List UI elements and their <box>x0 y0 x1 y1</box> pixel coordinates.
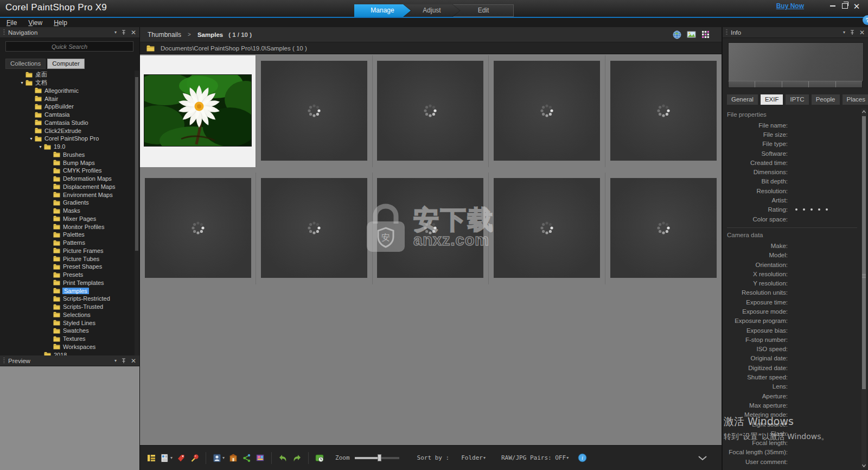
tree-scrollbar-thumb[interactable] <box>135 77 138 251</box>
scroll-up-icon[interactable] <box>861 110 866 114</box>
thumbnail-5[interactable] <box>605 55 722 167</box>
buy-now-link[interactable]: Buy Now <box>776 2 804 10</box>
tree-item-5[interactable]: AppBuilder <box>0 103 135 111</box>
tree-item-17[interactable]: Gradients <box>0 199 135 207</box>
minimize-button[interactable] <box>827 2 839 10</box>
tree-item-14[interactable]: Deformation Maps <box>0 175 135 183</box>
breadcrumb-view[interactable]: Thumbnails <box>148 31 181 39</box>
tab-places[interactable]: Places <box>843 94 868 105</box>
tree-item-33[interactable]: Swatches <box>0 327 135 335</box>
map-place-icon[interactable] <box>228 453 238 463</box>
tag-icon[interactable] <box>176 453 186 463</box>
preview-mode-control[interactable]: ▾ <box>160 453 173 463</box>
tree-item-15[interactable]: Displacement Maps <box>0 183 135 191</box>
rating-dots[interactable] <box>795 208 828 211</box>
redo-icon[interactable] <box>292 453 302 463</box>
batch-edit-icon[interactable] <box>256 453 265 463</box>
tree-item-10[interactable]: ▾19.0 <box>0 143 135 151</box>
tree-item-7[interactable]: Camtasia Studio <box>0 119 135 127</box>
tree-item-29[interactable]: Scripts-Restricted <box>0 295 135 303</box>
slideshow-icon[interactable] <box>687 30 696 39</box>
pin-icon[interactable] <box>122 358 126 364</box>
tree-scrollbar[interactable] <box>135 71 139 355</box>
tree-item-16[interactable]: Environment Maps <box>0 190 135 199</box>
raw-jpg-dropdown[interactable]: RAW/JPG Pairs: OFF ▾ <box>501 454 569 461</box>
thumbnail-7[interactable] <box>256 173 372 284</box>
tab-general[interactable]: General <box>727 94 758 105</box>
globe-icon[interactable] <box>673 30 681 39</box>
info-scrollbar[interactable] <box>861 109 866 468</box>
thumbnail-2[interactable] <box>256 55 372 167</box>
tab-people[interactable]: People <box>812 94 840 105</box>
scroll-down-icon[interactable] <box>861 463 866 468</box>
tree-item-6[interactable]: Camtasia <box>0 111 135 119</box>
info-scrollbar-thumb[interactable] <box>862 116 866 389</box>
menu-help[interactable]: Help <box>54 19 67 27</box>
thumbnail-10[interactable] <box>605 173 722 284</box>
tree-item-36[interactable]: 2018 <box>0 351 135 355</box>
thumbnail-8[interactable] <box>373 173 489 284</box>
tree-item-26[interactable]: Presets <box>0 271 135 279</box>
tree-item-23[interactable]: Picture Frames <box>0 247 135 255</box>
thumbnail-9[interactable] <box>489 173 605 284</box>
panel-menu-icon[interactable]: ▾ <box>114 358 117 363</box>
thumbnail-4[interactable] <box>489 55 605 167</box>
tree-item-4[interactable]: Altair <box>0 94 135 103</box>
tree-item-22[interactable]: Patterns <box>0 239 135 247</box>
pin-icon[interactable] <box>850 30 854 35</box>
quick-search-input[interactable] <box>5 41 133 52</box>
menu-file[interactable]: File <box>7 19 17 27</box>
tab-computer[interactable]: Computer <box>47 59 85 69</box>
tree-item-27[interactable]: Print Templates <box>0 279 135 287</box>
tree-item-1[interactable]: 桌面 <box>0 71 135 79</box>
restore-button[interactable] <box>839 2 851 10</box>
thumbnail-3[interactable] <box>373 55 489 167</box>
tree-item-8[interactable]: Click2Extrude <box>0 126 135 135</box>
tree-item-2[interactable]: ▾文档 <box>0 79 135 87</box>
pin-icon[interactable] <box>122 30 126 35</box>
tree-item-18[interactable]: Masks <box>0 207 135 215</box>
thumbnail-6[interactable] <box>140 173 256 284</box>
tree-item-25[interactable]: Preset Shapes <box>0 263 135 271</box>
menu-view[interactable]: View <box>28 19 42 27</box>
tab-collections[interactable]: Collections <box>5 59 46 69</box>
tree-item-13[interactable]: CMYK Profiles <box>0 167 135 175</box>
tree-item-35[interactable]: Workspaces <box>0 343 135 351</box>
tree-item-20[interactable]: Monitor Profiles <box>0 223 135 231</box>
tree-item-31[interactable]: Selections <box>0 311 135 319</box>
tab-exif[interactable]: EXIF <box>761 94 783 105</box>
tree-item-19[interactable]: Mixer Pages <box>0 215 135 223</box>
close-panel-icon[interactable]: ✕ <box>859 29 865 36</box>
breadcrumb-folder[interactable]: Samples <box>197 31 223 38</box>
tree-item-12[interactable]: Bump Maps <box>0 158 135 167</box>
tree-item-32[interactable]: Styled Lines <box>0 319 135 327</box>
tab-adjust[interactable]: Adjust <box>404 4 459 17</box>
tab-edit[interactable]: Edit <box>453 4 514 17</box>
tree-item-3[interactable]: Allegorithmic <box>0 87 135 95</box>
tree-item-28[interactable]: Samples <box>0 287 135 295</box>
thumbnail-1[interactable] <box>140 55 256 167</box>
info-circle-icon[interactable]: i <box>578 453 587 462</box>
zoom-slider-thumb[interactable] <box>378 454 381 461</box>
close-button[interactable]: ✕ <box>851 2 863 10</box>
tree-item-34[interactable]: Textures <box>0 335 135 343</box>
navigation-toggle-icon[interactable] <box>146 453 156 463</box>
screen-capture-icon[interactable] <box>315 453 325 463</box>
panel-menu-icon[interactable]: ▾ <box>114 30 117 35</box>
tree-item-11[interactable]: Brushes <box>0 151 135 159</box>
rating-pin-icon[interactable] <box>190 453 200 463</box>
zoom-slider[interactable] <box>355 454 399 461</box>
undo-icon[interactable] <box>278 453 288 463</box>
current-path[interactable]: Documents\Corel PaintShop Pro\19.0\Sampl… <box>161 45 307 52</box>
tree-item-30[interactable]: Scripts-Trusted <box>0 303 135 311</box>
tree-item-9[interactable]: ▾Corel PaintShop Pro <box>0 135 135 143</box>
close-panel-icon[interactable]: ✕ <box>131 29 136 36</box>
share-icon[interactable] <box>242 453 252 463</box>
tab-iptc[interactable]: IPTC <box>786 94 808 105</box>
tree-item-21[interactable]: Palettes <box>0 231 135 239</box>
sort-dropdown[interactable]: Folder ▾ <box>461 454 486 461</box>
panel-menu-icon[interactable]: ▾ <box>843 30 845 35</box>
collapse-toolbar-chevron-icon[interactable] <box>698 455 707 461</box>
tab-manage[interactable]: Manage <box>354 4 411 17</box>
people-tag-control[interactable]: ▾ <box>212 453 225 463</box>
